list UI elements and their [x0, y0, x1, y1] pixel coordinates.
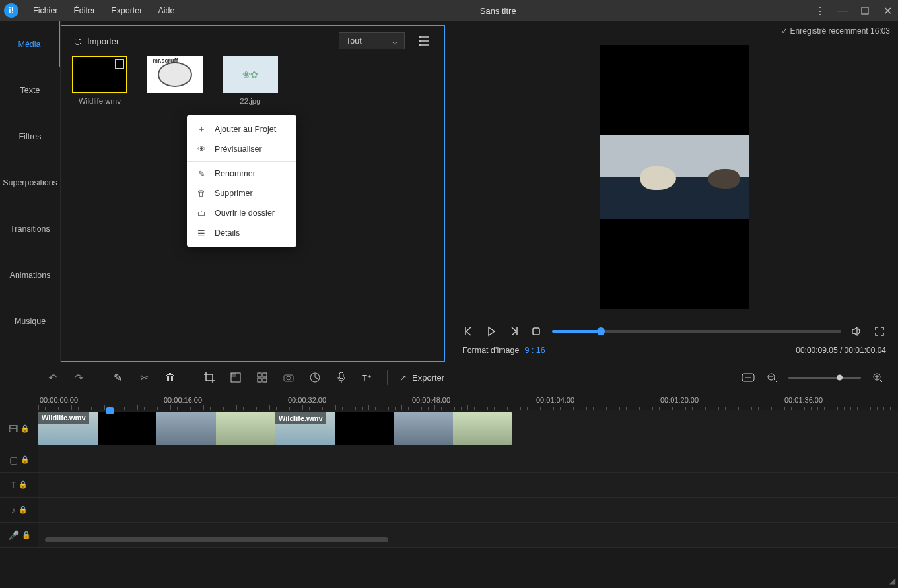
play-button[interactable] — [485, 325, 498, 338]
menu-edit[interactable]: Éditer — [66, 0, 104, 21]
snapshot-tool[interactable] — [281, 370, 296, 385]
folder-icon: 🗀 — [196, 209, 207, 218]
sidebar-tab-media[interactable]: Média — [0, 21, 60, 67]
media-thumbnail[interactable]: mr.scruff — [147, 56, 203, 93]
video-track-icon: 🎞 — [9, 424, 18, 434]
cut-tool[interactable]: ✂ — [137, 370, 151, 385]
media-panel: ⭯ Importer Tout ⌵ Wildlife.wmv mr.scruff — [61, 25, 445, 362]
pip-track-icon: ▢ — [9, 455, 18, 465]
crop-tool[interactable] — [202, 370, 217, 385]
ctx-add-to-project[interactable]: ＋Ajouter au Projet — [187, 119, 296, 139]
fit-button[interactable] — [741, 370, 755, 385]
timeline-clip[interactable]: Wildlife.wmv — [38, 412, 275, 445]
video-track: 🎞🔒 Wildlife.wmv Wildlife.wmv — [0, 410, 898, 447]
grid-tool[interactable] — [255, 370, 269, 385]
svg-point-14 — [287, 376, 291, 380]
ctx-details[interactable]: ☰Détails — [187, 223, 296, 243]
ctx-rename[interactable]: ✎Renommer — [187, 164, 296, 183]
menu-file[interactable]: Fichier — [25, 0, 66, 21]
next-frame-button[interactable] — [507, 325, 520, 338]
timeline-scrollbar[interactable] — [38, 537, 891, 544]
sidebar-tab-animations[interactable]: Animations — [0, 252, 60, 298]
zoom-out-button[interactable] — [765, 370, 779, 385]
export-button[interactable]: ↗ Exporter — [399, 373, 444, 383]
redo-button[interactable]: ↷ — [71, 370, 86, 385]
media-item[interactable]: mr.scruff — [147, 56, 203, 105]
aspect-value[interactable]: 9 : 16 — [524, 346, 545, 355]
preview-viewport — [600, 45, 749, 309]
media-thumbnail[interactable] — [72, 56, 127, 93]
timeline-ruler[interactable]: 00:00:00.00 00:00:16.00 00:00:32.00 00:0… — [38, 393, 898, 410]
text-track: T🔒 — [0, 473, 898, 498]
svg-rect-11 — [258, 378, 261, 382]
svg-text:T⁺: T⁺ — [362, 373, 372, 383]
ctx-open-folder[interactable]: 🗀Ouvrir le dossier — [187, 203, 296, 223]
undo-button[interactable]: ↶ — [45, 370, 59, 385]
menu-help[interactable]: Aide — [150, 0, 182, 21]
preview-panel: Format d'image 9 : 16 00:00:09.05 / 00:0… — [445, 21, 898, 362]
minimize-icon[interactable]: ― — [836, 4, 849, 17]
lock-icon[interactable]: 🔒 — [18, 480, 28, 489]
zoom-in-button[interactable] — [870, 370, 885, 385]
timeline: 00:00:00.00 00:00:16.00 00:00:32.00 00:0… — [0, 393, 898, 548]
export-icon: ↗ — [399, 373, 407, 383]
audio-track: ♪🔒 — [0, 498, 898, 523]
sidebar-tab-music[interactable]: Musique — [0, 298, 60, 344]
media-thumbnail[interactable] — [223, 56, 278, 93]
more-icon[interactable]: ⋮ — [813, 4, 827, 17]
ctx-delete[interactable]: 🗑Supprimer — [187, 183, 296, 203]
maximize-icon[interactable] — [858, 4, 872, 17]
mosaic-tool[interactable] — [228, 370, 243, 385]
timecode: 00:00:09.05 / 00:01:00.04 — [796, 346, 886, 355]
sidebar: Média Texte Filtres Superpositions Trans… — [0, 21, 61, 362]
sidebar-tab-transitions[interactable]: Transitions — [0, 206, 60, 252]
timeline-clip[interactable]: Wildlife.wmv — [275, 412, 512, 445]
trash-icon: 🗑 — [196, 189, 207, 198]
lock-icon[interactable]: 🔒 — [22, 531, 31, 539]
add-badge-icon[interactable] — [115, 59, 124, 69]
import-icon: ⭯ — [73, 36, 82, 46]
sidebar-tab-filters[interactable]: Filtres — [0, 114, 60, 160]
stop-button[interactable] — [530, 325, 543, 338]
video-track-body[interactable]: Wildlife.wmv Wildlife.wmv — [38, 410, 898, 447]
menu-export[interactable]: Exporter — [103, 0, 150, 21]
media-filter-select[interactable]: Tout ⌵ — [339, 32, 405, 49]
sidebar-tab-overlays[interactable]: Superpositions — [0, 160, 60, 206]
svg-point-1 — [419, 36, 421, 38]
speed-tool[interactable] — [308, 370, 322, 385]
delete-tool[interactable]: 🗑 — [163, 370, 178, 385]
resize-grip-icon[interactable]: ◢ — [889, 576, 895, 585]
preview-frame-image — [600, 135, 749, 219]
svg-rect-9 — [258, 373, 261, 377]
fullscreen-button[interactable] — [873, 325, 886, 338]
voice-tool[interactable] — [334, 370, 349, 385]
zoom-slider[interactable] — [788, 377, 861, 379]
media-item[interactable]: Wildlife.wmv — [72, 56, 127, 105]
svg-rect-8 — [231, 373, 236, 377]
playhead[interactable] — [110, 410, 110, 548]
text-tool[interactable]: T⁺ — [361, 370, 375, 385]
media-item[interactable]: 22.jpg — [223, 56, 278, 105]
ctx-preview[interactable]: 👁Prévisualiser — [187, 139, 296, 159]
svg-rect-6 — [533, 328, 539, 335]
svg-rect-10 — [263, 373, 267, 377]
prev-frame-button[interactable] — [462, 325, 475, 338]
app-logo-icon: i! — [4, 3, 18, 18]
volume-button[interactable] — [850, 325, 864, 338]
lock-icon[interactable]: 🔒 — [18, 506, 28, 514]
lock-icon[interactable]: 🔒 — [20, 424, 30, 433]
audio-track-icon: ♪ — [11, 505, 16, 515]
list-view-toggle[interactable] — [415, 32, 432, 49]
svg-rect-16 — [339, 372, 343, 379]
seekbar-knob[interactable] — [597, 327, 605, 335]
info-icon: ☰ — [196, 228, 207, 238]
edit-tool[interactable]: ✎ — [110, 370, 125, 385]
sidebar-tab-text[interactable]: Texte — [0, 67, 60, 114]
timeline-toolbar: ↶ ↷ ✎ ✂ 🗑 T⁺ ↗ Exporter — [0, 362, 898, 393]
pip-track: ▢🔒 — [0, 447, 898, 473]
svg-rect-0 — [862, 7, 868, 14]
import-button[interactable]: ⭯ Importer — [73, 36, 119, 46]
close-icon[interactable]: ✕ — [881, 4, 894, 17]
lock-icon[interactable]: 🔒 — [20, 455, 30, 464]
preview-seekbar[interactable] — [552, 330, 841, 333]
